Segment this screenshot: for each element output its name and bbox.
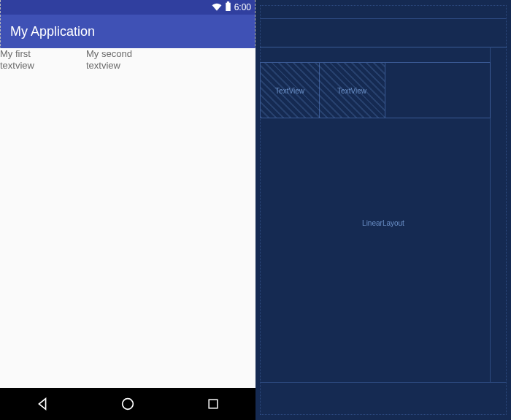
blueprint-textview-2-label: TextView [337, 86, 366, 94]
blueprint-container-label: LinearLayout [256, 219, 511, 227]
device-preview: 6:00 My Application My first textview My… [0, 0, 256, 420]
blueprint-linearlayout-row[interactable]: TextView TextView [260, 62, 491, 118]
svg-point-0 [123, 399, 134, 410]
blueprint-panel[interactable]: TextView TextView LinearLayout [256, 0, 511, 420]
blueprint-toolbar-divider [260, 47, 507, 47]
status-bar: 6:00 [0, 0, 256, 15]
navigation-bar [0, 388, 256, 420]
blueprint-textview-2[interactable]: TextView [319, 63, 385, 118]
blueprint-textview-1-label: TextView [275, 86, 304, 94]
battery-icon [225, 1, 231, 13]
nav-recents-button[interactable] [200, 391, 226, 417]
content-area: My first textview My second textview [0, 48, 256, 388]
app-bar: My Application [0, 15, 256, 48]
blueprint-navbar-outline [260, 382, 507, 415]
textview-2: My second textview [86, 48, 172, 72]
nav-home-button[interactable] [115, 391, 141, 417]
wifi-icon [212, 2, 222, 13]
blueprint-statusbar-outline [260, 5, 507, 19]
nav-back-button[interactable] [29, 391, 55, 417]
svg-rect-1 [209, 400, 218, 408]
blueprint-scroll-gutter [490, 47, 507, 383]
status-time: 6:00 [234, 2, 251, 12]
app-title: My Application [10, 24, 95, 39]
blueprint-textview-1[interactable]: TextView [261, 63, 320, 118]
textview-1: My first textview [0, 48, 86, 72]
